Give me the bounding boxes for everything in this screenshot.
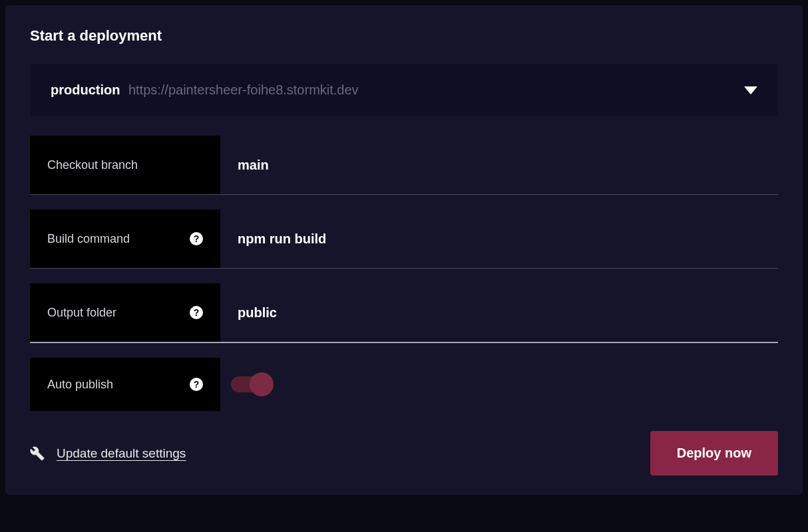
update-settings-label: Update default settings <box>57 446 186 461</box>
help-icon[interactable]: ? <box>190 306 203 319</box>
row-auto-publish: Auto publish ? <box>30 358 778 411</box>
label-checkout-branch: Checkout branch <box>30 136 220 194</box>
row-checkout-branch: Checkout branch <box>30 136 778 195</box>
environment-display: production https://paintersheer-foihe8.s… <box>51 82 359 98</box>
environment-url: https://paintersheer-foihe8.stormkit.dev <box>128 82 359 97</box>
help-icon[interactable]: ? <box>190 378 203 391</box>
label-auto-publish: Auto publish ? <box>30 358 220 411</box>
help-icon[interactable]: ? <box>190 232 203 245</box>
label-build-command: Build command ? <box>30 209 220 268</box>
row-build-command: Build command ? <box>30 209 778 269</box>
update-settings-link[interactable]: Update default settings <box>30 446 186 461</box>
panel-title: Start a deployment <box>30 27 778 45</box>
deploy-now-button[interactable]: Deploy now <box>650 431 778 475</box>
environment-name: production <box>51 82 120 97</box>
auto-publish-toggle[interactable] <box>231 376 267 392</box>
checkout-branch-input[interactable] <box>220 136 778 194</box>
build-command-input[interactable] <box>220 209 778 268</box>
auto-publish-cell <box>220 358 778 411</box>
label-output-folder: Output folder ? <box>30 283 220 342</box>
output-folder-input[interactable] <box>220 283 778 342</box>
row-output-folder: Output folder ? <box>30 283 778 343</box>
panel-footer: Update default settings Deploy now <box>30 431 778 475</box>
deployment-panel: Start a deployment production https://pa… <box>5 5 803 495</box>
chevron-down-icon <box>744 86 757 94</box>
wrench-icon <box>30 446 45 461</box>
toggle-knob <box>250 372 274 396</box>
environment-select[interactable]: production https://paintersheer-foihe8.s… <box>30 63 778 117</box>
